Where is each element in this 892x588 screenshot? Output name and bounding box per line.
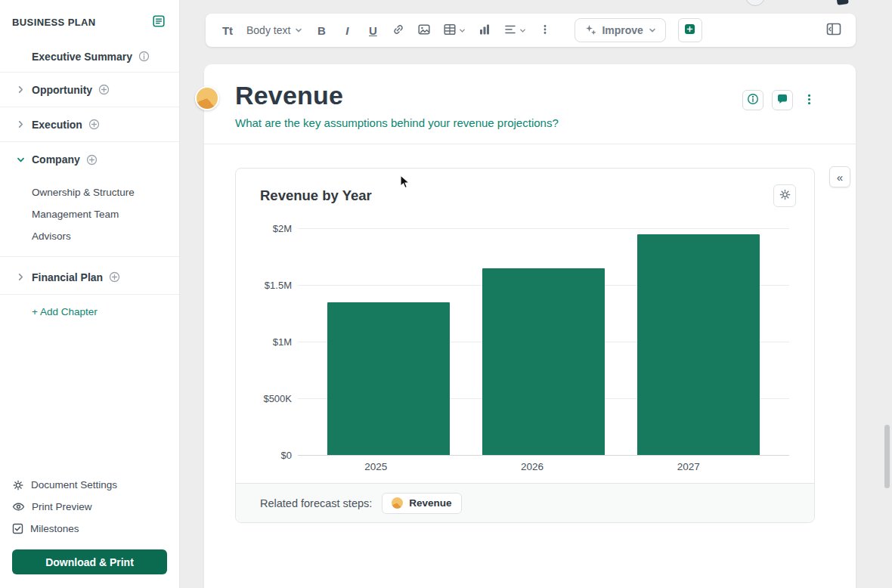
chevron-down-icon[interactable] [15,154,26,165]
milestones-item[interactable]: Milestones [12,518,167,540]
chevron-right-icon[interactable] [15,272,26,283]
document-settings-item[interactable]: Document Settings [12,474,167,496]
collapse-panel-button[interactable]: « [829,166,850,187]
improve-label: Improve [602,24,643,36]
ai-improve-button[interactable]: Improve [575,18,665,42]
sidebar-item-executive-summary[interactable]: Executive Summary [0,41,179,73]
editor-toolbar: Tt Body text B I U [206,14,856,47]
insert-block-button[interactable] [678,18,702,42]
add-section-icon[interactable] [86,154,98,166]
overflow-menu-button[interactable] [534,19,556,42]
chapter-label: Executive Summary [32,51,132,63]
business-plan-sidebar: BUSINESS PLAN Executive Summary Opportun… [0,0,180,588]
sidebar-item-company[interactable]: Company [0,142,179,177]
chart-card-header: Revenue by Year [236,169,814,207]
section-header: Revenue [204,64,856,110]
scrollbar-thumb[interactable] [884,425,890,488]
page-title: Revenue [235,81,343,110]
y-axis-tick: $0 [281,450,292,461]
vertical-dots-icon [539,23,551,38]
comment-icon [776,94,788,107]
link-icon [392,23,405,39]
bar-chart: $2M$1.5M$1M$500K$0 [236,207,814,455]
add-section-icon[interactable] [88,119,100,130]
chapter-label: Opportunity [32,84,92,96]
chip-label: Revenue [409,497,451,509]
add-chapter-button[interactable]: + Add Chapter [32,306,98,317]
print-preview-item[interactable]: Print Preview [12,496,167,518]
footer-item-label: Print Preview [32,501,92,512]
revenue-forecast-chip[interactable]: Revenue [382,493,461,514]
chevron-down-icon [459,27,466,34]
y-axis-tick: $2M [273,223,292,234]
section-info-button[interactable] [742,90,763,110]
bar-slot [311,228,466,455]
y-axis-tick: $1M [273,336,292,348]
partial-logo-icon [836,0,849,5]
chevron-right-icon[interactable] [15,119,26,130]
italic-button[interactable]: I [336,19,358,42]
sidebar-item-financial-plan[interactable]: Financial Plan [0,260,179,295]
section-menu-button[interactable] [801,90,816,110]
y-axis-tick: $1.5M [265,280,292,291]
y-axis: $2M$1.5M$1M$500K$0 [259,228,298,455]
image-button[interactable] [413,19,435,42]
link-button[interactable] [387,19,410,42]
outline-view-button[interactable] [150,14,167,30]
sidebar-header: BUSINESS PLAN [0,0,179,41]
bar-slot [466,228,621,455]
section-prompt: What are the key assumptions behind your… [204,110,856,129]
outline-icon [152,14,166,30]
sidebar-item-opportunity[interactable]: Opportunity [0,73,179,107]
main-area: Tt Body text B I U [180,0,892,588]
text-style-label: Body text [246,24,290,36]
bold-button[interactable]: B [310,19,333,42]
x-axis: 202520262027 [236,455,814,483]
add-block-icon [683,23,696,38]
y-axis-tick: $500K [263,393,292,404]
sidebar-footer: Document Settings Print Preview Mileston… [0,474,179,588]
chapter-label: Execution [32,119,82,131]
eye-icon [12,501,25,512]
chart-card-footer: Related forecast steps: Revenue [236,483,814,522]
company-children: Ownership & Structure Management Team Ad… [0,177,179,257]
sidebar-item-management-team[interactable]: Management Team [0,203,179,225]
text-style-dropdown[interactable]: Body text [242,19,307,42]
align-dropdown[interactable] [499,19,531,42]
chart-plot-area [298,228,789,455]
chart-settings-button[interactable] [773,184,796,207]
toggle-side-panel-button[interactable] [822,19,845,42]
revenue-pie-icon [195,86,219,110]
text-format-icon[interactable]: Tt [216,19,239,42]
bar-2026[interactable] [482,268,605,456]
insert-chart-button[interactable] [473,19,496,42]
revenue-pie-icon [392,497,403,509]
sidebar-item-ownership-structure[interactable]: Ownership & Structure [0,181,179,203]
table-dropdown[interactable] [438,19,470,42]
sidebar-item-advisors[interactable]: Advisors [0,225,179,247]
gear-icon [12,479,24,491]
section-comment-button[interactable] [772,90,793,110]
info-icon[interactable] [138,51,150,62]
related-steps-label: Related forecast steps: [260,497,372,509]
chevron-down-icon [649,26,656,34]
image-icon [417,23,431,39]
underline-button[interactable]: U [361,19,384,42]
sidebar-item-execution[interactable]: Execution [0,107,179,142]
chevron-right-icon[interactable] [15,85,26,95]
gear-icon [779,188,791,203]
add-section-icon[interactable] [109,271,120,283]
download-print-button[interactable]: Download & Print [12,549,167,574]
sparkle-icon [584,23,596,38]
footer-item-label: Milestones [30,523,79,534]
vertical-dots-icon [803,93,816,108]
add-section-icon[interactable] [98,84,110,95]
chapter-label: Financial Plan [32,271,103,283]
x-axis-tick: 2025 [298,461,454,472]
bar-2027[interactable] [637,234,760,456]
bar-2025[interactable] [327,302,450,456]
revenue-section-card: Revenue What are [204,64,856,588]
table-icon [443,23,457,39]
gridline [298,455,789,456]
info-icon [747,93,759,107]
